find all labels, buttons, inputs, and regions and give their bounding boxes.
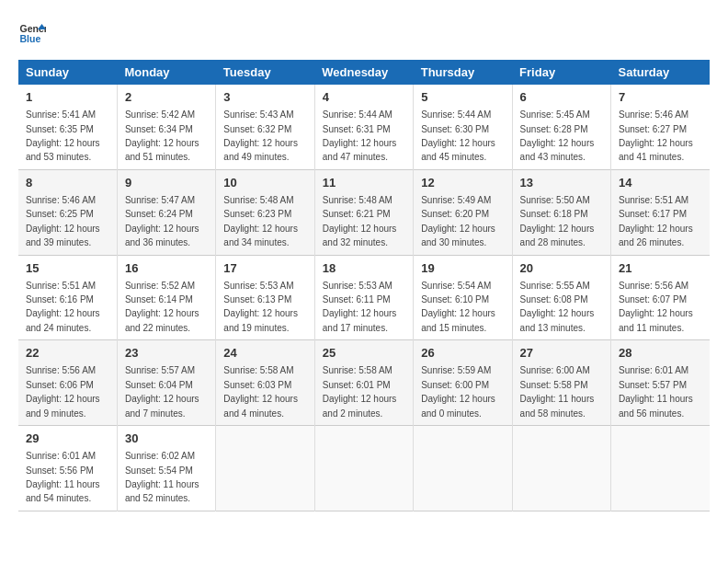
calendar-cell: 12 Sunrise: 5:49 AM Sunset: 6:20 PM Dayl… [414, 169, 512, 255]
sunset-text: Sunset: 6:17 PM [619, 209, 687, 219]
calendar-cell: 4 Sunrise: 5:44 AM Sunset: 6:31 PM Dayli… [314, 85, 413, 169]
sunrise-text: Sunrise: 5:56 AM [26, 365, 96, 375]
weekday-header-tuesday: Tuesday [216, 60, 314, 85]
weekday-header-thursday: Thursday [414, 60, 512, 85]
daylight-text: Daylight: 12 hours and 4 minutes. [223, 394, 298, 418]
day-number: 1 [26, 89, 109, 106]
day-number: 23 [125, 345, 208, 362]
day-number: 28 [619, 345, 702, 362]
daylight-text: Daylight: 12 hours and 41 minutes. [619, 138, 693, 162]
sunrise-text: Sunrise: 6:01 AM [619, 365, 688, 375]
calendar-cell: 17 Sunrise: 5:53 AM Sunset: 6:13 PM Dayl… [216, 255, 314, 340]
day-number: 12 [421, 175, 504, 191]
day-number: 20 [520, 260, 603, 277]
sunrise-text: Sunrise: 5:58 AM [223, 365, 293, 375]
daylight-text: Daylight: 12 hours and 30 minutes. [421, 224, 495, 247]
sunrise-text: Sunrise: 5:54 AM [421, 281, 491, 291]
day-number: 27 [520, 345, 603, 362]
daylight-text: Daylight: 12 hours and 19 minutes. [223, 308, 298, 332]
day-number: 26 [421, 345, 504, 362]
daylight-text: Daylight: 12 hours and 9 minutes. [26, 394, 100, 418]
sunset-text: Sunset: 6:16 PM [26, 294, 94, 304]
calendar-cell: 8 Sunrise: 5:46 AM Sunset: 6:25 PM Dayli… [18, 169, 117, 255]
sunrise-text: Sunrise: 5:46 AM [619, 109, 688, 120]
calendar-cell: 5 Sunrise: 5:44 AM Sunset: 6:30 PM Dayli… [414, 85, 512, 169]
daylight-text: Daylight: 12 hours and 47 minutes. [323, 138, 397, 162]
calendar-cell: 16 Sunrise: 5:52 AM Sunset: 6:14 PM Dayl… [117, 255, 215, 340]
calendar-cell: 21 Sunrise: 5:56 AM Sunset: 6:07 PM Dayl… [611, 255, 710, 340]
sunrise-text: Sunrise: 5:44 AM [421, 109, 491, 120]
logo: General Blue [18, 18, 46, 46]
sunrise-text: Sunrise: 5:41 AM [26, 109, 96, 120]
calendar-cell: 27 Sunrise: 6:00 AM Sunset: 5:58 PM Dayl… [512, 340, 610, 426]
calendar-cell: 2 Sunrise: 5:42 AM Sunset: 6:34 PM Dayli… [117, 85, 215, 169]
sunrise-text: Sunrise: 5:50 AM [520, 195, 590, 205]
sunrise-text: Sunrise: 6:02 AM [125, 451, 195, 461]
calendar-cell [314, 426, 413, 511]
sunrise-text: Sunrise: 5:43 AM [223, 109, 293, 120]
weekday-header-wednesday: Wednesday [314, 60, 413, 85]
calendar-cell: 30 Sunrise: 6:02 AM Sunset: 5:54 PM Dayl… [117, 426, 215, 511]
day-number: 19 [421, 260, 504, 277]
calendar-week-row: 8 Sunrise: 5:46 AM Sunset: 6:25 PM Dayli… [18, 169, 710, 255]
weekday-header-friday: Friday [512, 60, 610, 85]
day-number: 18 [323, 260, 405, 277]
sunrise-text: Sunrise: 5:45 AM [520, 109, 590, 120]
daylight-text: Daylight: 12 hours and 28 minutes. [520, 224, 595, 247]
day-number: 11 [323, 175, 405, 191]
sunrise-text: Sunrise: 5:55 AM [520, 281, 590, 291]
sunrise-text: Sunrise: 5:46 AM [26, 195, 96, 205]
sunset-text: Sunset: 6:00 PM [421, 380, 489, 390]
sunrise-text: Sunrise: 5:56 AM [619, 281, 688, 291]
sunset-text: Sunset: 6:34 PM [125, 124, 193, 134]
sunset-text: Sunset: 6:35 PM [26, 124, 94, 134]
weekday-header-sunday: Sunday [18, 60, 117, 85]
daylight-text: Daylight: 12 hours and 32 minutes. [323, 224, 397, 247]
sunset-text: Sunset: 6:20 PM [421, 209, 489, 219]
sunset-text: Sunset: 6:04 PM [125, 380, 193, 390]
sunset-text: Sunset: 6:18 PM [520, 209, 588, 219]
daylight-text: Daylight: 12 hours and 15 minutes. [421, 308, 495, 332]
daylight-text: Daylight: 12 hours and 11 minutes. [619, 308, 693, 332]
day-number: 2 [125, 89, 208, 106]
sunrise-text: Sunrise: 5:58 AM [323, 365, 392, 375]
sunset-text: Sunset: 6:30 PM [421, 124, 489, 134]
calendar-cell: 28 Sunrise: 6:01 AM Sunset: 5:57 PM Dayl… [611, 340, 710, 426]
daylight-text: Daylight: 12 hours and 7 minutes. [125, 394, 199, 418]
calendar-cell: 18 Sunrise: 5:53 AM Sunset: 6:11 PM Dayl… [314, 255, 413, 340]
sunrise-text: Sunrise: 5:57 AM [125, 365, 195, 375]
daylight-text: Daylight: 12 hours and 22 minutes. [125, 308, 199, 332]
daylight-text: Daylight: 12 hours and 17 minutes. [323, 308, 397, 332]
day-number: 6 [520, 89, 603, 106]
sunset-text: Sunset: 6:24 PM [125, 209, 193, 219]
sunrise-text: Sunrise: 5:48 AM [223, 195, 293, 205]
day-number: 22 [26, 345, 109, 362]
daylight-text: Daylight: 11 hours and 56 minutes. [619, 394, 693, 418]
logo-icon: General Blue [18, 18, 46, 46]
calendar-cell: 23 Sunrise: 5:57 AM Sunset: 6:04 PM Dayl… [117, 340, 215, 426]
sunset-text: Sunset: 6:11 PM [323, 294, 391, 304]
sunrise-text: Sunrise: 5:52 AM [125, 281, 195, 291]
calendar-cell: 13 Sunrise: 5:50 AM Sunset: 6:18 PM Dayl… [512, 169, 610, 255]
day-number: 13 [520, 175, 603, 191]
sunset-text: Sunset: 5:54 PM [125, 465, 193, 476]
weekday-header-saturday: Saturday [611, 60, 710, 85]
calendar-cell [216, 426, 314, 511]
daylight-text: Daylight: 12 hours and 45 minutes. [421, 138, 495, 162]
sunrise-text: Sunrise: 5:53 AM [323, 281, 392, 291]
calendar-cell: 3 Sunrise: 5:43 AM Sunset: 6:32 PM Dayli… [216, 85, 314, 169]
daylight-text: Daylight: 12 hours and 51 minutes. [125, 138, 199, 162]
day-number: 14 [619, 175, 702, 191]
sunrise-text: Sunrise: 6:00 AM [520, 365, 590, 375]
daylight-text: Daylight: 11 hours and 54 minutes. [26, 479, 100, 503]
daylight-text: Daylight: 12 hours and 2 minutes. [323, 394, 397, 418]
sunrise-text: Sunrise: 5:48 AM [323, 195, 392, 205]
calendar-cell: 15 Sunrise: 5:51 AM Sunset: 6:16 PM Dayl… [18, 255, 117, 340]
sunset-text: Sunset: 6:01 PM [323, 380, 391, 390]
day-number: 8 [26, 175, 109, 191]
day-number: 17 [223, 260, 306, 277]
calendar-cell: 29 Sunrise: 6:01 AM Sunset: 5:56 PM Dayl… [18, 426, 117, 511]
calendar-week-row: 22 Sunrise: 5:56 AM Sunset: 6:06 PM Dayl… [18, 340, 710, 426]
calendar-cell: 9 Sunrise: 5:47 AM Sunset: 6:24 PM Dayli… [117, 169, 215, 255]
day-number: 4 [323, 89, 405, 106]
